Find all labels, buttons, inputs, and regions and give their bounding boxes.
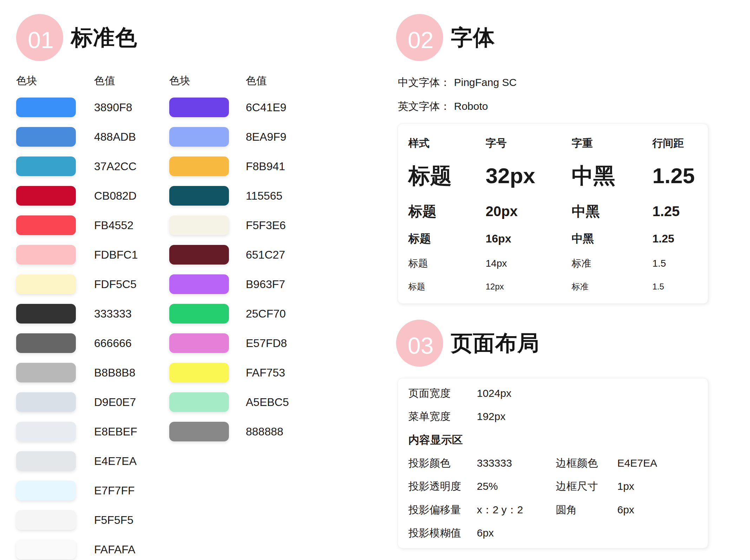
- color-hex-value: CB082D: [94, 186, 169, 215]
- color-swatch-cell: [169, 215, 246, 245]
- color-swatch: [16, 510, 76, 530]
- section-number-badge-02: 02: [396, 14, 443, 61]
- standard-colors-table: 色块 色值 色块 色值 3890F86C41E9488ADB8EA9F937A2…: [16, 69, 316, 560]
- color-swatch-cell: [16, 540, 94, 560]
- color-hex-value: 333333: [94, 304, 169, 333]
- layout-spec-row: 投影偏移量x：2 y：2圆角6px: [408, 502, 697, 517]
- color-swatch: [16, 540, 76, 559]
- font-row-size: 32px: [486, 160, 572, 192]
- layout-spec-row: 菜单宽度192px: [408, 409, 697, 424]
- chinese-font-label: 中文字体：: [398, 75, 450, 89]
- font-table-header-style: 样式: [408, 136, 486, 151]
- layout-spec-value: 25%: [477, 479, 556, 494]
- font-row-line-height: 1.25: [652, 201, 697, 221]
- font-table-header-size: 字号: [486, 136, 572, 151]
- color-swatch: [16, 333, 76, 353]
- color-hex-value: FAF753: [246, 363, 316, 392]
- layout-subheader-row: 内容显示区: [408, 433, 697, 447]
- color-hex-value: F5F5F5: [94, 510, 169, 540]
- color-hex-value: 6C41E9: [246, 98, 316, 127]
- color-hex-value: B8B8B8: [94, 363, 169, 392]
- color-swatch-cell: [16, 392, 94, 422]
- style-guide-page: 01 标准色 色块 色值 色块 色值 3890F86C41E9488ADB8EA…: [0, 0, 750, 560]
- chinese-font-line: 中文字体： PingFang SC: [398, 75, 517, 89]
- color-swatch-cell: [16, 215, 94, 245]
- font-row-size: 14px: [486, 256, 572, 271]
- layout-spec-label: 投影模糊值: [408, 526, 477, 540]
- color-swatch: [169, 156, 229, 176]
- color-hex-value: FDF5C5: [94, 274, 169, 304]
- font-row-size: 12px: [486, 280, 572, 293]
- layout-spec-value: 6px: [617, 502, 697, 517]
- color-swatch-cell: [16, 274, 94, 304]
- empty-cell: [169, 451, 246, 481]
- layout-spec-label: 投影偏移量: [408, 502, 477, 517]
- color-swatch-cell: [169, 422, 246, 451]
- layout-spec-value: 6px: [477, 526, 556, 540]
- layout-spec-value: 333333: [477, 456, 556, 471]
- font-row-weight: 中黑: [572, 231, 652, 247]
- font-row-style: 标题: [408, 256, 486, 271]
- color-hex-value: 488ADB: [94, 127, 169, 156]
- layout-spec-value: 1px: [617, 479, 697, 494]
- font-table-row: 标题20px中黑1.25: [408, 201, 697, 221]
- empty-cell: [169, 540, 246, 560]
- column-header-value-a: 色值: [94, 69, 169, 98]
- color-swatch: [16, 215, 76, 235]
- color-swatch-cell: [169, 186, 246, 215]
- color-swatch: [16, 186, 76, 206]
- color-swatch: [169, 274, 229, 294]
- font-row-line-height: 1.5: [652, 256, 697, 271]
- color-hex-value: A5EBC5: [246, 392, 316, 422]
- layout-spec-label: 边框颜色: [556, 456, 617, 471]
- color-hex-value: F5F3E6: [246, 215, 316, 245]
- color-swatch-cell: [169, 245, 246, 274]
- color-swatch: [169, 186, 229, 206]
- color-swatch-cell: [169, 274, 246, 304]
- font-row-size: 20px: [486, 201, 572, 221]
- color-hex-value: D9E0E7: [94, 392, 169, 422]
- color-swatch-cell: [169, 363, 246, 392]
- empty-cell: [246, 540, 316, 560]
- color-swatch: [169, 333, 229, 353]
- layout-spec-label: 圆角: [556, 502, 617, 517]
- layout-spec-label: 投影颜色: [408, 456, 477, 471]
- color-hex-value: 3890F8: [94, 98, 169, 127]
- font-row-weight: 中黑: [572, 201, 652, 221]
- empty-cell: [246, 451, 316, 481]
- color-swatch: [16, 98, 76, 117]
- color-swatch-cell: [16, 245, 94, 274]
- color-swatch: [16, 481, 76, 500]
- layout-spec-value: 192px: [477, 409, 556, 424]
- color-hex-value: FAFAFA: [94, 540, 169, 560]
- chinese-font-value: PingFang SC: [454, 75, 517, 89]
- color-hex-value: FB4552: [94, 215, 169, 245]
- color-swatch-cell: [169, 156, 246, 186]
- font-row-weight: 中黑: [572, 160, 652, 192]
- layout-spec-label: 边框尺寸: [556, 479, 617, 494]
- color-swatch-cell: [16, 127, 94, 156]
- empty-cell: [246, 481, 316, 510]
- layout-spec-label: 页面宽度: [408, 386, 477, 401]
- color-swatch: [16, 451, 76, 471]
- section-header-layout: 03 页面布局: [396, 320, 539, 367]
- color-hex-value: F8B941: [246, 156, 316, 186]
- font-row-line-height: 1.25: [652, 231, 697, 247]
- color-swatch: [169, 363, 229, 382]
- color-swatch: [169, 98, 229, 117]
- font-row-style: 标题: [408, 160, 486, 192]
- color-swatch: [16, 245, 76, 265]
- color-hex-value: E4E7EA: [94, 451, 169, 481]
- empty-cell: [169, 510, 246, 540]
- layout-spec-row: 投影透明度25%边框尺寸1px: [408, 479, 697, 494]
- section-header-fonts: 02 字体: [396, 14, 495, 61]
- color-swatch: [169, 215, 229, 235]
- layout-spec-value: x：2 y：2: [477, 502, 556, 517]
- color-hex-value: 888888: [246, 422, 316, 451]
- column-header-swatch-a: 色块: [16, 69, 94, 98]
- english-font-line: 英文字体： Roboto: [398, 99, 488, 113]
- font-row-weight: 标准: [572, 256, 652, 271]
- color-hex-value: 37A2CC: [94, 156, 169, 186]
- color-swatch-cell: [16, 333, 94, 363]
- color-swatch: [169, 304, 229, 324]
